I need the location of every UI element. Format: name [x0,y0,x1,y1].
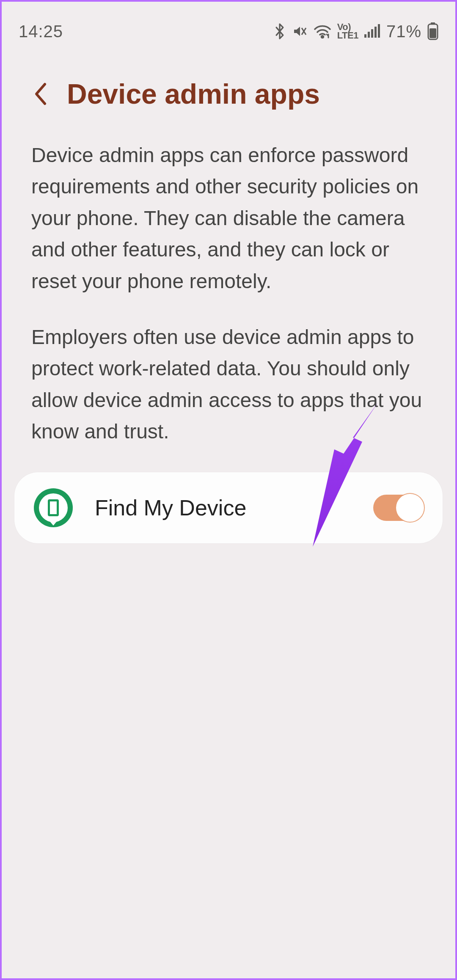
back-button[interactable] [31,80,50,108]
volte-icon: Vo)LTE1 [337,23,358,40]
status-bar: 14:25 Vo)LTE1 [2,2,455,48]
svg-rect-10 [429,28,436,38]
svg-rect-6 [374,27,377,38]
status-indicators: Vo)LTE1 71% [273,22,438,41]
signal-icon [364,24,380,39]
admin-app-label: Find My Device [95,495,351,520]
bluetooth-icon [273,22,286,40]
admin-app-toggle[interactable] [373,495,423,521]
svg-rect-7 [378,24,380,38]
page-description: Device admin apps can enforce password r… [2,127,455,448]
find-my-device-icon [34,488,73,527]
description-paragraph-1: Device admin apps can enforce password r… [31,140,426,297]
mute-icon [292,24,308,39]
page-title: Device admin apps [67,78,320,110]
admin-app-row[interactable]: Find My Device [14,472,443,543]
toggle-knob [396,494,424,522]
page-header: Device admin apps [2,48,455,127]
battery-icon [427,22,438,40]
svg-rect-3 [364,34,366,38]
svg-rect-5 [371,29,373,38]
battery-percentage: 71% [386,22,421,41]
svg-point-2 [321,36,323,38]
wifi-icon [314,24,331,39]
chevron-left-icon [33,82,48,106]
description-paragraph-2: Employers often use device admin apps to… [31,322,426,448]
svg-rect-4 [368,32,370,38]
status-time: 14:25 [19,22,63,41]
